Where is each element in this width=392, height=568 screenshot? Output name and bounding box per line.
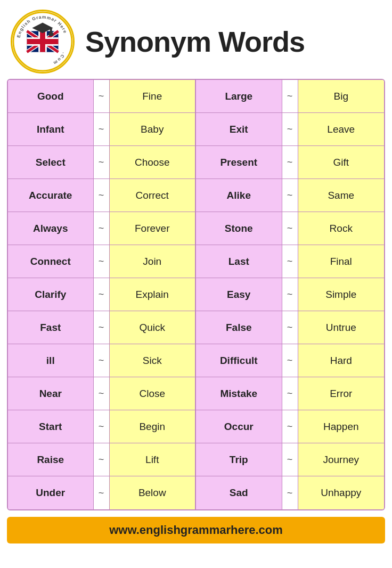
synonym-cell: Big <box>298 80 385 112</box>
table-row: Alike ~ Same <box>196 179 384 212</box>
word-cell: Alike <box>196 179 282 212</box>
synonym-cell: Choose <box>110 146 195 178</box>
table-row: Fast ~ Quick <box>8 311 195 344</box>
synonym-cell: Leave <box>298 113 385 145</box>
right-half: Large ~ Big Exit ~ Leave Present ~ Gift … <box>196 80 384 509</box>
table-row: ill ~ Sick <box>8 344 195 377</box>
word-cell: ill <box>8 344 94 377</box>
table-row: Large ~ Big <box>196 80 384 113</box>
header: English Grammar Here .Com <box>0 0 392 79</box>
table-row: Occur ~ Happen <box>196 410 384 443</box>
tilde-cell: ~ <box>94 410 110 443</box>
synonym-cell: Lift <box>110 443 195 476</box>
table-row: Trip ~ Journey <box>196 443 384 476</box>
synonym-cell: Journey <box>298 443 385 476</box>
synonym-cell: Untrue <box>298 311 385 344</box>
table-row: Select ~ Choose <box>8 146 195 179</box>
table-row: Near ~ Close <box>8 377 195 410</box>
svg-rect-11 <box>27 39 59 44</box>
word-cell: Present <box>196 146 282 178</box>
word-cell: Good <box>8 80 94 112</box>
synonym-cell: Unhappy <box>298 476 385 509</box>
page-title: Synonym Words <box>85 25 305 58</box>
tilde-cell: ~ <box>94 245 110 278</box>
tilde-cell: ~ <box>94 146 110 178</box>
synonym-cell: Forever <box>110 212 195 245</box>
word-cell: Near <box>8 377 94 410</box>
synonym-cell: Begin <box>110 410 195 443</box>
table-row: Infant ~ Baby <box>8 113 195 146</box>
synonym-cell: Fine <box>110 80 195 112</box>
word-cell: Exit <box>196 113 282 145</box>
table-row: Present ~ Gift <box>196 146 384 179</box>
table-row: Stone ~ Rock <box>196 212 384 245</box>
table-row: Exit ~ Leave <box>196 113 384 146</box>
word-cell: Sad <box>196 476 282 509</box>
table-grid: Good ~ Fine Infant ~ Baby Select ~ Choos… <box>8 80 384 509</box>
table-row: Last ~ Final <box>196 245 384 278</box>
word-cell: Infant <box>8 113 94 145</box>
tilde-cell: ~ <box>94 212 110 245</box>
tilde-cell: ~ <box>282 113 298 145</box>
word-cell: Clarify <box>8 278 94 311</box>
table-row: False ~ Untrue <box>196 311 384 344</box>
table-row: Always ~ Forever <box>8 212 195 245</box>
left-half: Good ~ Fine Infant ~ Baby Select ~ Choos… <box>8 80 196 509</box>
table-row: Good ~ Fine <box>8 80 195 113</box>
tilde-cell: ~ <box>282 179 298 212</box>
svg-point-14 <box>48 32 54 36</box>
synonym-cell: Final <box>298 245 385 278</box>
synonym-cell: Gift <box>298 146 385 178</box>
word-cell: Easy <box>196 278 282 311</box>
tilde-cell: ~ <box>94 179 110 212</box>
synonym-cell: Sick <box>110 344 195 377</box>
word-cell: Select <box>8 146 94 178</box>
tilde-cell: ~ <box>282 245 298 278</box>
word-cell: Mistake <box>196 377 282 410</box>
word-cell: Start <box>8 410 94 443</box>
logo: English Grammar Here .Com <box>11 10 75 74</box>
word-cell: Trip <box>196 443 282 476</box>
word-cell: Last <box>196 245 282 278</box>
synonym-cell: Correct <box>110 179 195 212</box>
synonym-cell: Error <box>298 377 385 410</box>
tilde-cell: ~ <box>282 377 298 410</box>
tilde-cell: ~ <box>94 113 110 145</box>
tilde-cell: ~ <box>282 146 298 178</box>
tilde-cell: ~ <box>282 410 298 443</box>
table-row: Clarify ~ Explain <box>8 278 195 311</box>
synonym-cell: Quick <box>110 311 195 344</box>
table-row: Easy ~ Simple <box>196 278 384 311</box>
word-cell: Accurate <box>8 179 94 212</box>
tilde-cell: ~ <box>94 80 110 112</box>
synonym-cell: Happen <box>298 410 385 443</box>
tilde-cell: ~ <box>94 278 110 311</box>
table-row: Start ~ Begin <box>8 410 195 443</box>
synonym-cell: Simple <box>298 278 385 311</box>
tilde-cell: ~ <box>282 476 298 509</box>
tilde-cell: ~ <box>94 377 110 410</box>
table-row: Sad ~ Unhappy <box>196 476 384 509</box>
tilde-cell: ~ <box>94 443 110 476</box>
word-cell: Connect <box>8 245 94 278</box>
word-cell: Occur <box>196 410 282 443</box>
synonym-table: Good ~ Fine Infant ~ Baby Select ~ Choos… <box>7 79 385 510</box>
tilde-cell: ~ <box>282 80 298 112</box>
table-row: Accurate ~ Correct <box>8 179 195 212</box>
tilde-cell: ~ <box>282 212 298 245</box>
synonym-cell: Join <box>110 245 195 278</box>
word-cell: Always <box>8 212 94 245</box>
table-row: Mistake ~ Error <box>196 377 384 410</box>
tilde-cell: ~ <box>94 344 110 377</box>
synonym-cell: Baby <box>110 113 195 145</box>
tilde-cell: ~ <box>282 311 298 344</box>
tilde-cell: ~ <box>94 476 110 509</box>
synonym-cell: Below <box>110 476 195 509</box>
word-cell: Under <box>8 476 94 509</box>
tilde-cell: ~ <box>94 311 110 344</box>
synonym-cell: Same <box>298 179 385 212</box>
table-row: Under ~ Below <box>8 476 195 509</box>
word-cell: Difficult <box>196 344 282 377</box>
footer-url: www.englishgrammarhere.com <box>7 517 385 543</box>
table-row: Raise ~ Lift <box>8 443 195 476</box>
